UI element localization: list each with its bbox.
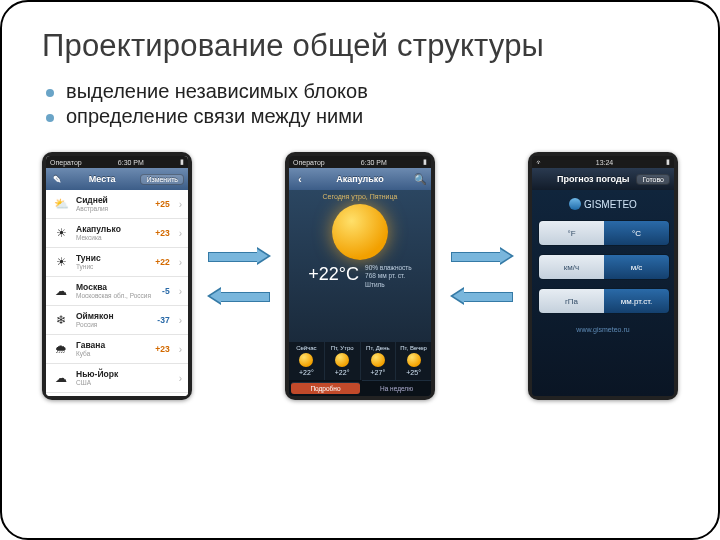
search-icon[interactable]: 🔍	[413, 172, 427, 186]
navbar-places: ✎ Места Изменить	[46, 168, 188, 190]
phone-places: Оператор 6:30 PM ▮ ✎ Места Изменить ⛅Сид…	[42, 152, 192, 400]
tab-detail[interactable]: Подробно	[291, 382, 360, 394]
list-item-text: МоскваМосковская обл., Россия	[76, 283, 156, 299]
forecast-cell[interactable]: Сейчас+22°	[289, 342, 325, 380]
city-temp: +23	[155, 228, 169, 238]
chevron-right-icon: ›	[179, 228, 182, 239]
bullet-item: определение связи между ними	[46, 105, 678, 128]
city-sub: Австралия	[76, 206, 149, 213]
settings-body: GISMETEO °F°Cкм/чм/сгПамм.рт.ст. www.gis…	[532, 190, 674, 396]
status-battery-icon: ▮	[180, 158, 184, 166]
forecast-cell[interactable]: Пт, Утро+22°	[325, 342, 361, 380]
sun-icon	[335, 353, 349, 367]
segment-option[interactable]: °F	[539, 221, 604, 245]
city-name: Оймякон	[76, 312, 151, 321]
city-name: Сидней	[76, 196, 149, 205]
list-item[interactable]: ☁Нью-ЙоркСША›	[46, 364, 188, 393]
arrow-right-icon	[451, 249, 513, 263]
forecast-day: Сейчас	[289, 345, 324, 351]
weather-icon: ☁	[52, 282, 70, 300]
forecast-day: Пт, Утро	[325, 345, 360, 351]
list-item-text: ОймяконРоссия	[76, 312, 151, 328]
city-sub: Мексика	[76, 235, 149, 242]
status-time: 13:24	[596, 159, 614, 166]
city-name: Нью-Йорк	[76, 370, 164, 379]
city-name: Акапулько	[76, 225, 149, 234]
list-item[interactable]: ☀ТунисТунис+22›	[46, 248, 188, 277]
list-item-text: ГаванаКуба	[76, 341, 149, 357]
city-temp: +25	[155, 199, 169, 209]
edit-button[interactable]: Изменить	[140, 174, 184, 185]
current-weather: +22°C 90% влажность 768 мм рт. ст. Штиль	[289, 264, 431, 289]
segment-option[interactable]: мм.рт.ст.	[604, 289, 669, 313]
brand-text: GISMETEO	[584, 199, 637, 210]
list-item[interactable]: ☁МоскваМосковская обл., Россия-5›	[46, 277, 188, 306]
phone-settings: ᯤ 13:24 ▮ Прогноз погоды Готово GISMETEO…	[528, 152, 678, 400]
screen-settings: ᯤ 13:24 ▮ Прогноз погоды Готово GISMETEO…	[532, 156, 674, 396]
list-item[interactable]: ⛅СиднейАвстралия+25›	[46, 190, 188, 219]
list-item[interactable]: 🌧ГаванаКуба+23›	[46, 335, 188, 364]
navbar-title: Прогноз погоды	[557, 174, 629, 184]
segment-option[interactable]: км/ч	[539, 255, 604, 279]
segment-option[interactable]: °C	[604, 221, 669, 245]
forecast-row: Сейчас+22°Пт, Утро+22°Пт, День+27°Пт, Ве…	[289, 342, 431, 380]
city-temp: -37	[157, 315, 169, 325]
forecast-temp: +27°	[361, 369, 396, 376]
segment-option[interactable]: гПа	[539, 289, 604, 313]
edit-icon[interactable]: ✎	[50, 172, 64, 186]
weather-detail: Сегодня утро, Пятница +22°C 90% влажност…	[289, 190, 431, 396]
pressure: 768 мм рт. ст.	[365, 272, 412, 280]
list-item-text: СиднейАвстралия	[76, 196, 149, 212]
day-label: Сегодня утро, Пятница	[289, 190, 431, 200]
screen-places: Оператор 6:30 PM ▮ ✎ Места Изменить ⛅Сид…	[46, 156, 188, 396]
weather-icon: 🌧	[52, 340, 70, 358]
city-name: Москва	[76, 283, 156, 292]
back-icon[interactable]: ‹	[293, 172, 307, 186]
city-name: Тунис	[76, 254, 149, 263]
navbar-title: Акапулько	[336, 174, 383, 184]
city-sub: Тунис	[76, 264, 149, 271]
list-item[interactable]: ☀АкапулькоМексика+23›	[46, 219, 188, 248]
segmented-control: км/чм/с	[538, 254, 670, 280]
weather-icon: ☀	[52, 224, 70, 242]
status-carrier: Оператор	[50, 159, 82, 166]
status-bar: Оператор 6:30 PM ▮	[289, 156, 431, 168]
tab-week[interactable]: На неделю	[362, 380, 431, 396]
places-list: ⛅СиднейАвстралия+25›☀АкапулькоМексика+23…	[46, 190, 188, 396]
forecast-cell[interactable]: Пт, День+27°	[361, 342, 397, 380]
city-sub: Россия	[76, 322, 151, 329]
bullet-list: выделение независимых блоков определение…	[46, 80, 678, 128]
status-battery-icon: ▮	[423, 158, 427, 166]
chevron-right-icon: ›	[179, 199, 182, 210]
segmented-control: °F°C	[538, 220, 670, 246]
chevron-right-icon: ›	[179, 286, 182, 297]
brand-logo: GISMETEO	[569, 198, 637, 210]
weather-icon: ☀	[52, 253, 70, 271]
weather-icon: ⛅	[52, 195, 70, 213]
bullet-item: выделение независимых блоков	[46, 80, 678, 103]
forecast-temp: +22°	[289, 369, 324, 376]
chevron-right-icon: ›	[179, 257, 182, 268]
chevron-right-icon: ›	[179, 315, 182, 326]
status-carrier: Оператор	[293, 159, 325, 166]
navbar-settings: Прогноз погоды Готово	[532, 168, 674, 190]
sun-icon	[299, 353, 313, 367]
phone-detail: Оператор 6:30 PM ▮ ‹ Акапулько 🔍 Сегодня…	[285, 152, 435, 400]
arrow-left-icon	[451, 289, 513, 303]
status-time: 6:30 PM	[361, 159, 387, 166]
navbar-detail: ‹ Акапулько 🔍	[289, 168, 431, 190]
list-item-text: ТунисТунис	[76, 254, 149, 270]
sun-icon	[407, 353, 421, 367]
forecast-cell[interactable]: Пт, Вечер+25°	[396, 342, 431, 380]
mockups-row: Оператор 6:30 PM ▮ ✎ Места Изменить ⛅Сид…	[42, 152, 678, 400]
chevron-right-icon: ›	[179, 344, 182, 355]
segment-option[interactable]: м/с	[604, 255, 669, 279]
city-temp: -5	[162, 286, 170, 296]
list-item-text: АкапулькоМексика	[76, 225, 149, 241]
chevron-right-icon: ›	[179, 373, 182, 384]
city-temp: +23	[155, 344, 169, 354]
list-item[interactable]: ❄ОймяконРоссия-37›	[46, 306, 188, 335]
done-button[interactable]: Готово	[636, 174, 670, 185]
city-name: Гавана	[76, 341, 149, 350]
site-link[interactable]: www.gismeteo.ru	[576, 326, 629, 333]
